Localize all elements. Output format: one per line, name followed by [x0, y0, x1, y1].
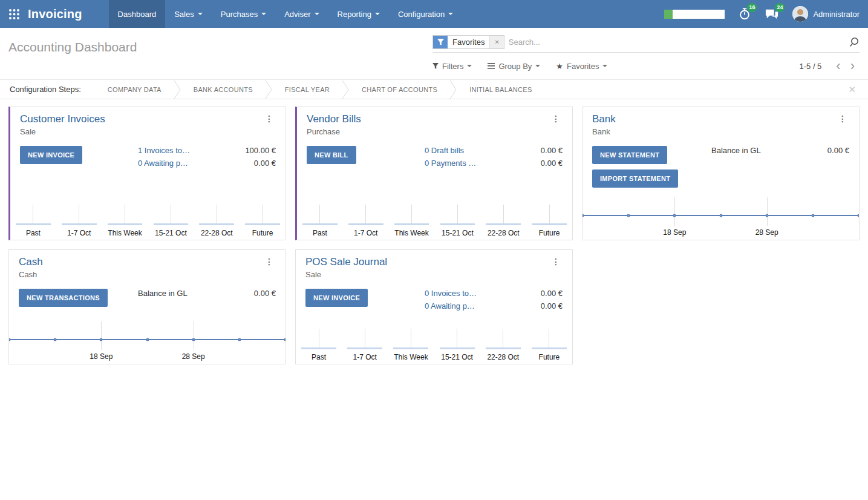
chart-axis-labels: 18 Sep28 Sep: [9, 350, 286, 364]
chart-bar: [301, 347, 336, 349]
journal-mini-chart[interactable]: Past1-7 OctThis Week15-21 Oct22-28 OctFu…: [10, 196, 286, 240]
new-transactions-button[interactable]: NEW TRANSACTIONS: [19, 289, 108, 307]
draft-bills-link[interactable]: 0 Draft bills: [425, 146, 464, 155]
card-cash: Cash Cash ⋮ NEW TRANSACTIONS Balance in …: [8, 249, 286, 364]
filters-button[interactable]: Filters: [432, 62, 472, 71]
kebab-menu-icon[interactable]: ⋮: [263, 256, 276, 267]
step-bank-accounts[interactable]: BANK ACCOUNTS: [181, 86, 265, 93]
menu-reporting[interactable]: Reporting: [328, 0, 389, 28]
amount-value: 0.00 €: [254, 289, 276, 298]
card-title[interactable]: Cash: [19, 256, 43, 268]
card-body: NEW INVOICE 0 Invoices to… 0.00 € 0 Awai…: [296, 279, 572, 314]
apps-grid-icon[interactable]: [8, 8, 20, 20]
chart-axis-labels: Past1-7 OctThis Week15-21 Oct22-28 OctFu…: [296, 350, 572, 364]
card-stats: Balance in GL 0.00 €: [711, 146, 849, 159]
chart-point: [719, 214, 722, 217]
chart-point: [582, 214, 584, 217]
group-by-button[interactable]: Group By: [488, 62, 540, 71]
group-by-lines-icon: [488, 62, 495, 71]
steps: COMPANY DATA BANK ACCOUNTS FISCAL YEAR C…: [96, 80, 544, 99]
card-title[interactable]: Bank: [592, 113, 616, 125]
menu-configuration-label: Configuration: [398, 10, 445, 19]
chart-axis-label: 1-7 Oct: [342, 353, 388, 361]
kebab-menu-icon[interactable]: ⋮: [263, 113, 276, 124]
chart-axis-labels: 18 Sep28 Sep: [582, 226, 859, 240]
kebab-menu-icon[interactable]: ⋮: [836, 113, 849, 124]
card-vendor-bills: Vendor Bills Purchase ⋮ NEW BILL 0 Draft…: [295, 107, 573, 240]
filter-funnel-icon: [432, 62, 439, 71]
user-avatar[interactable]: [792, 6, 808, 22]
chart-tick: [171, 205, 171, 224]
awaiting-payments-link[interactable]: 0 Awaiting p…: [425, 301, 475, 311]
new-statement-button[interactable]: NEW STATEMENT: [592, 146, 667, 164]
card-stats: 0 Draft bills 0.00 € 0 Payments … 0.00 €: [425, 146, 563, 171]
chart-tick: [503, 205, 504, 224]
step-chevron-icon: [174, 80, 181, 99]
awaiting-payments-link[interactable]: 0 Awaiting p…: [138, 159, 188, 168]
new-invoice-button[interactable]: NEW INVOICE: [305, 289, 368, 307]
menu-configuration[interactable]: Configuration: [389, 0, 462, 28]
close-icon[interactable]: ✕: [846, 84, 858, 95]
activities-button[interactable]: 16: [738, 7, 751, 21]
messages-button[interactable]: 24: [765, 7, 779, 21]
journal-mini-chart[interactable]: 18 Sep28 Sep: [582, 196, 859, 240]
chart-axis-label: 18 Sep: [90, 352, 113, 361]
chart-axis-label: 1-7 Oct: [343, 229, 389, 237]
user-menu[interactable]: Administrator: [813, 10, 860, 19]
step-chevron-icon: [265, 80, 273, 99]
step-chart-of-accounts[interactable]: CHART OF ACCOUNTS: [350, 86, 449, 93]
chevron-down-icon: [602, 65, 607, 67]
journal-mini-chart[interactable]: 18 Sep28 Sep: [9, 320, 286, 364]
chart-axis-label: 15-21 Oct: [148, 229, 194, 237]
menu-purchases[interactable]: Purchases: [212, 0, 275, 28]
amount-value: 100.00 €: [245, 146, 276, 155]
chart-point: [765, 214, 768, 217]
invoices-to-validate-link[interactable]: 1 Invoices to…: [138, 146, 190, 155]
search-magnifier-icon[interactable]: [849, 37, 860, 48]
chart-tick: [319, 205, 320, 224]
pager-next-icon[interactable]: ›: [846, 61, 860, 71]
chart-tick: [365, 329, 365, 348]
chart-tick: [365, 205, 366, 224]
kebab-menu-icon[interactable]: ⋮: [549, 113, 563, 124]
step-fiscal-year[interactable]: FISCAL YEAR: [273, 86, 342, 93]
facet-remove-icon[interactable]: ✕: [489, 36, 503, 48]
step-initial-balances[interactable]: INITIAL BALANCES: [457, 86, 544, 93]
chart-axis-label: 1-7 Oct: [56, 229, 102, 237]
menu-adviser[interactable]: Adviser: [275, 0, 328, 28]
chart-bar: [486, 347, 521, 349]
payments-matching-link[interactable]: 0 Payments …: [425, 159, 476, 168]
card-title[interactable]: POS Sale Journal: [305, 256, 387, 268]
chart-tick: [549, 329, 549, 348]
pager-previous-icon[interactable]: ‹: [831, 61, 845, 71]
chart-axis-label: Past: [10, 229, 56, 237]
journal-mini-chart[interactable]: Past1-7 OctThis Week15-21 Oct22-28 OctFu…: [296, 320, 572, 364]
chart-axis-label: Future: [240, 229, 286, 237]
chart-axis-label: Future: [526, 229, 572, 237]
chart-tick: [319, 329, 319, 348]
control-panel: Accounting Dashboard Favorites ✕ Filters: [0, 28, 868, 79]
import-statement-button[interactable]: IMPORT STATEMENT: [592, 169, 678, 188]
new-invoice-button[interactable]: NEW INVOICE: [20, 146, 82, 164]
journal-mini-chart[interactable]: Past1-7 OctThis Week15-21 Oct22-28 OctFu…: [297, 196, 572, 240]
chart-bar: [486, 223, 521, 225]
card-body: NEW STATEMENT IMPORT STATEMENT Balance i…: [582, 136, 859, 188]
new-bill-button[interactable]: NEW BILL: [307, 146, 356, 164]
card-title[interactable]: Customer Invoices: [20, 113, 105, 125]
menu-sales-label: Sales: [174, 10, 194, 19]
card-title[interactable]: Vendor Bills: [307, 113, 361, 125]
chart-point: [100, 338, 103, 341]
journals-grid: Customer Invoices Sale ⋮ NEW INVOICE 1 I…: [8, 107, 860, 364]
invoices-to-validate-link[interactable]: 0 Invoices to…: [425, 289, 477, 298]
chart-bar: [440, 223, 475, 225]
chart-axis-label: This Week: [389, 229, 435, 237]
step-company-data[interactable]: COMPANY DATA: [96, 86, 174, 93]
chart-tick: [457, 329, 457, 348]
favorites-button[interactable]: ★ Favorites: [556, 62, 607, 71]
menu-dashboard[interactable]: Dashboard: [109, 0, 166, 28]
kebab-menu-icon[interactable]: ⋮: [549, 256, 563, 267]
card-header: Customer Invoices Sale ⋮: [10, 107, 286, 136]
menu-sales[interactable]: Sales: [165, 0, 212, 28]
search-input[interactable]: [509, 38, 849, 47]
card-pos-sale-journal: POS Sale Journal Sale ⋮ NEW INVOICE 0 In…: [295, 249, 573, 364]
